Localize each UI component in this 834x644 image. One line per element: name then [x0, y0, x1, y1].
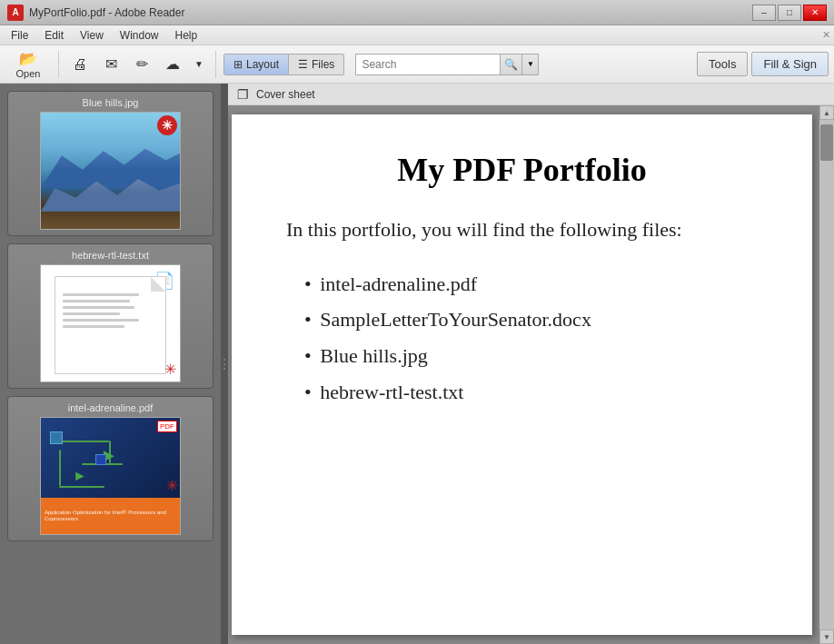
menu-help[interactable]: Help [168, 27, 205, 44]
menu-view[interactable]: View [73, 27, 111, 44]
file-card-hebrew[interactable]: hebrew-rtl-test.txt 📄 [7, 243, 213, 389]
more-icon: ▼ [194, 59, 204, 69]
list-icon: ☰ [298, 58, 308, 71]
tools-button[interactable]: Tools [697, 52, 748, 76]
sidebar-resize-handle[interactable] [221, 84, 228, 644]
red-star-hebrew: ✳ [164, 361, 176, 378]
fill-sign-button[interactable]: Fill & Sign [751, 52, 829, 76]
email-icon: ✉ [105, 55, 117, 73]
file-card-label-hebrew: hebrew-rtl-test.txt [14, 250, 207, 261]
circuit-h1 [55, 441, 109, 442]
intel-pdf-image: ► ► intel PDF Application Optimization f… [40, 417, 181, 535]
print-icon: 🖨 [73, 56, 87, 73]
pdf-list-item-3: Blue hills.jpg [304, 338, 758, 374]
share-button[interactable]: ☁ [159, 48, 186, 81]
toolbar-separator-2 [215, 51, 216, 78]
content-area: Blue hills.jpg ✳ hebrew-rtl-test.txt � [0, 84, 834, 644]
pdf-page: My PDF Portfolio In this portfolio, you … [232, 114, 812, 635]
text-line-6 [63, 325, 124, 328]
minimize-button[interactable]: – [752, 5, 776, 21]
pdf-intro: In this portfolio, you will find the fol… [286, 216, 758, 244]
text-line-3 [63, 306, 134, 309]
resize-dot-2 [223, 363, 225, 365]
print-button[interactable]: 🖨 [66, 48, 94, 81]
text-line-1 [63, 293, 139, 296]
pdf-list-item-2: SampleLetterToYourSenator.docx [304, 302, 758, 338]
search-button[interactable]: 🔍 [501, 54, 522, 75]
thumbnail-intel: ► ► intel PDF Application Optimization f… [40, 417, 181, 535]
scroll-down-button[interactable]: ▼ [819, 629, 834, 644]
toolbar-separator-1 [58, 51, 59, 78]
pdf-subtitle: Application Optimization for Intel® Proc… [45, 510, 176, 522]
scrollbar-right: ▲ ▼ [819, 105, 834, 644]
search-input[interactable] [355, 54, 501, 75]
scroll-track[interactable] [819, 120, 834, 629]
pdf-title: My PDF Portfolio [286, 151, 758, 189]
main-panel: ❐ Cover sheet My PDF Portfolio In this p… [228, 84, 834, 644]
text-paper [55, 276, 166, 374]
pdf-list-item-1: intel-adrenaline.pdf [304, 266, 758, 302]
files-button[interactable]: ☰ Files [289, 54, 343, 74]
hebrew-text-image: 📄 ✳ [40, 264, 181, 382]
menu-window[interactable]: Window [113, 27, 166, 44]
resize-dot-3 [223, 368, 225, 370]
app-icon: A [7, 5, 24, 21]
text-line-4 [63, 312, 120, 315]
mountain-layer-1 [41, 142, 180, 188]
restore-button[interactable]: □ [778, 5, 801, 21]
thumbnail-hebrew: 📄 ✳ [40, 264, 181, 382]
title-bar-left: A MyPortFolio.pdf - Adobe Reader [7, 5, 184, 21]
close-button[interactable]: ✕ [803, 5, 827, 21]
circuit-arrow2: ► [73, 468, 87, 484]
red-badge-blue-hills: ✳ [157, 115, 177, 135]
window-title: MyPortFolio.pdf - Adobe Reader [29, 6, 184, 19]
menu-edit[interactable]: Edit [37, 27, 71, 44]
circuit-v2 [59, 450, 61, 486]
open-button[interactable]: 📂 Open [5, 48, 51, 81]
view-toggle: ⊞ Layout ☰ Files [223, 54, 344, 75]
edit-button[interactable]: ✏ [128, 48, 155, 81]
text-file-bg: 📄 ✳ [41, 265, 180, 381]
layout-button[interactable]: ⊞ Layout [224, 54, 288, 74]
menu-bar: File Edit View Window Help ✕ [0, 25, 834, 45]
pdf-icon-badge: PDF [157, 421, 177, 432]
window-controls: – □ ✕ [752, 5, 827, 21]
page-container: My PDF Portfolio In this portfolio, you … [228, 105, 834, 644]
right-toolbar: Tools Fill & Sign [697, 52, 829, 76]
pdf-orange-band: Application Optimization for Intel® Proc… [41, 498, 180, 534]
more-button[interactable]: ▼ [190, 48, 208, 81]
scroll-thumb[interactable] [820, 124, 833, 161]
chip-2 [95, 454, 106, 465]
file-card-intel[interactable]: intel-adrenaline.pdf ► [7, 396, 213, 541]
search-area: 🔍 ▼ [355, 54, 539, 75]
text-line-5 [63, 319, 139, 322]
chip-1 [50, 431, 63, 444]
toolbar: 📂 Open 🖨 ✉ ✏ ☁ ▼ ⊞ Layout ☰ Files 🔍 ▼ [0, 45, 834, 84]
file-card-label-intel: intel-adrenaline.pdf [14, 402, 207, 413]
open-label: Open [16, 68, 41, 79]
sidebar: Blue hills.jpg ✳ hebrew-rtl-test.txt � [0, 84, 221, 644]
red-star-intel: ✳ [166, 477, 178, 494]
water-layer [41, 203, 180, 229]
title-bar: A MyPortFolio.pdf - Adobe Reader – □ ✕ [0, 0, 834, 25]
scroll-up-button[interactable]: ▲ [819, 105, 834, 120]
grid-icon: ⊞ [233, 58, 243, 71]
circuit-board: ► ► [45, 422, 175, 498]
file-card-blue-hills[interactable]: Blue hills.jpg ✳ [7, 91, 213, 236]
circuit-h3 [59, 486, 104, 488]
menu-file[interactable]: File [4, 27, 35, 44]
pdf-file-list: intel-adrenaline.pdf SampleLetterToYourS… [286, 266, 758, 410]
share-icon: ☁ [165, 55, 180, 73]
text-lines [55, 277, 165, 335]
email-button[interactable]: ✉ [97, 48, 124, 81]
files-label: Files [312, 58, 334, 71]
edit-icon: ✏ [136, 55, 148, 73]
search-dropdown[interactable]: ▼ [522, 54, 539, 75]
thumbnail-blue-hills: ✳ [40, 112, 181, 230]
text-line-2 [63, 300, 130, 302]
open-icon: 📂 [19, 50, 37, 67]
pdf-thumb-bg: ► ► intel PDF Application Optimization f… [41, 418, 180, 534]
layout-label: Layout [246, 58, 279, 71]
breadcrumb: Cover sheet [256, 88, 315, 101]
copy-icon: ❐ [237, 87, 249, 102]
